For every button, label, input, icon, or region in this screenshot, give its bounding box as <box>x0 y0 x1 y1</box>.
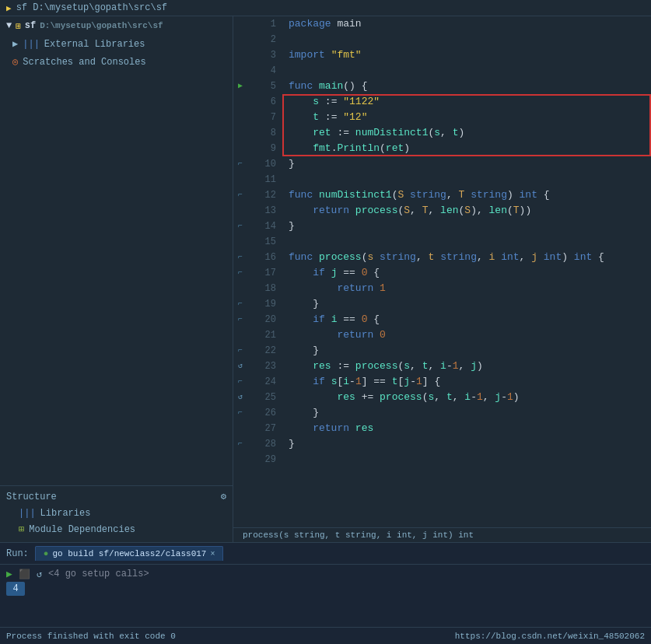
code-line-26: } <box>289 405 651 421</box>
ln-19: 19 <box>247 296 276 312</box>
marker-run-5: ▶ <box>233 79 247 94</box>
ln-16: 16 <box>247 250 276 265</box>
run-stop-btn[interactable]: ⬛ <box>19 569 30 580</box>
editor: ▶ ⌐ ⌐ ⌐ ⌐ ⌐ ⌐ ⌐ ⌐ <box>233 16 651 542</box>
structure-title-bar: Structure ⚙ <box>6 491 226 502</box>
code-line-10: } <box>289 156 651 172</box>
marker-1 <box>233 16 247 32</box>
marker-fold-22: ⌐ <box>233 343 247 359</box>
run-tab-go-icon: ● <box>44 549 49 558</box>
code-area[interactable]: package main import "fmt" func main() { … <box>282 16 651 527</box>
code-line-8: ret := numDistinct1(s, t) <box>289 125 651 141</box>
project-root[interactable]: ▼ ⊞ sf D:\mysetup\gopath\src\sf <box>0 16 233 35</box>
ln-2: 2 <box>247 32 276 47</box>
gear-icon[interactable]: ⚙ <box>221 491 226 502</box>
code-line-9: fmt.Println(ret) <box>289 141 651 156</box>
marker-fold-12: ⌐ <box>233 187 247 203</box>
ln-15: 15 <box>247 234 276 250</box>
marker-29 <box>233 452 247 467</box>
gutter: ▶ ⌐ ⌐ ⌐ ⌐ ⌐ ⌐ ⌐ ⌐ <box>233 16 282 527</box>
ln-7: 7 <box>247 110 276 125</box>
code-line-4 <box>289 63 651 79</box>
run-tab[interactable]: ● go build sf/newclass2/class017 × <box>35 546 224 561</box>
code-line-19: } <box>289 296 651 312</box>
marker-refresh-23: ↺ <box>233 359 247 374</box>
code-line-6: s := "1122" <box>289 94 651 110</box>
structure-libraries[interactable]: ||| Libraries <box>6 506 226 521</box>
code-line-11 <box>289 172 651 187</box>
ln-12: 12 <box>247 187 276 203</box>
run-tab-label: go build sf/newclass2/class017 <box>52 549 206 558</box>
code-line-15 <box>289 234 651 250</box>
code-line-7: t := "12" <box>289 110 651 125</box>
ln-5: 5 <box>247 79 276 94</box>
project-arrow: ▼ <box>6 20 12 31</box>
sidebar: ▼ ⊞ sf D:\mysetup\gopath\src\sf ▶ ||| Ex… <box>0 16 233 542</box>
ln-9: 9 <box>247 141 276 156</box>
run-label: Run: <box>6 548 29 559</box>
marker-fold-28: ⌐ <box>233 436 247 452</box>
sidebar-item-scratches[interactable]: ◎ Scratches and Consoles <box>0 53 233 71</box>
top-bar-path: sf D:\mysetup\gopath\src\sf <box>16 2 167 13</box>
run-tab-close[interactable]: × <box>210 550 215 558</box>
ln-18: 18 <box>247 281 276 296</box>
code-line-29 <box>289 452 651 467</box>
marker-6 <box>233 94 247 110</box>
marker-7 <box>233 110 247 125</box>
top-bar: ▶ sf D:\mysetup\gopath\src\sf <box>0 0 651 16</box>
code-line-24: if s[i-1] == t[j-1] { <box>289 374 651 390</box>
sidebar-item-external-libraries[interactable]: ▶ ||| External Libraries <box>0 35 233 53</box>
run-tab-bar: Run: ● go build sf/newclass2/class017 × <box>0 543 651 565</box>
code-line-3: import "fmt" <box>289 47 651 63</box>
sidebar-item-label: Scratches and Consoles <box>23 57 145 68</box>
ln-4: 4 <box>247 63 276 79</box>
code-line-1: package main <box>289 16 651 32</box>
project-label: sf <box>25 20 36 31</box>
marker-fold-17: ⌐ <box>233 265 247 281</box>
code-line-27: return res <box>289 421 651 436</box>
code-line-21: return 0 <box>289 327 651 343</box>
ln-21: 21 <box>247 327 276 343</box>
run-controls: ▶ ⬛ ↺ <4 go setup calls> 4 <box>6 568 645 596</box>
run-output-number: 4 <box>6 582 25 596</box>
ln-10: 10 <box>247 156 276 172</box>
ln-11: 11 <box>247 172 276 187</box>
ln-23: 23 <box>247 359 276 374</box>
marker-fold-16: ⌐ <box>233 250 247 265</box>
ln-13: 13 <box>247 203 276 219</box>
scratch-icon: ◎ <box>12 56 18 68</box>
structure-lib-label: Libraries <box>40 508 91 519</box>
code-line-28: } <box>289 436 651 452</box>
code-line-16: func process(s string, t string, i int, … <box>289 250 651 265</box>
hint-bar: process(s string, t string, i int, j int… <box>233 527 651 542</box>
ln-6: 6 <box>247 94 276 110</box>
hint-text: process(s string, t string, i int, j int… <box>243 530 474 540</box>
ln-8: 8 <box>247 125 276 141</box>
run-restart-btn[interactable]: ↺ <box>37 569 42 580</box>
marker-11 <box>233 172 247 187</box>
code-line-17: if j == 0 { <box>289 265 651 281</box>
structure-panel: Structure ⚙ ||| Libraries ⊞ Module Depen… <box>0 485 233 542</box>
ln-25: 25 <box>247 390 276 405</box>
run-setup-text: <4 go setup calls> <box>48 569 149 579</box>
ln-28: 28 <box>247 436 276 452</box>
marker-fold-14: ⌐ <box>233 219 247 234</box>
expand-icon: ▶ <box>12 38 18 50</box>
marker-8 <box>233 125 247 141</box>
marker-2 <box>233 32 247 47</box>
marker-9 <box>233 141 247 156</box>
structure-module-deps[interactable]: ⊞ Module Dependencies <box>6 521 226 537</box>
marker-fold-26: ⌐ <box>233 405 247 421</box>
ln-20: 20 <box>247 312 276 327</box>
marker-13 <box>233 203 247 219</box>
ln-26: 26 <box>247 405 276 421</box>
marker-27 <box>233 421 247 436</box>
module-icon: ⊞ <box>19 523 24 535</box>
code-line-22: } <box>289 343 651 359</box>
marker-21 <box>233 327 247 343</box>
code-line-13: return process(S, T, len(S), len(T)) <box>289 203 651 219</box>
marker-fold-24: ⌐ <box>233 374 247 390</box>
status-text: Process finished with exit code 0 <box>6 632 176 641</box>
run-play-btn[interactable]: ▶ <box>6 568 12 580</box>
library-icon: ||| <box>23 39 40 50</box>
